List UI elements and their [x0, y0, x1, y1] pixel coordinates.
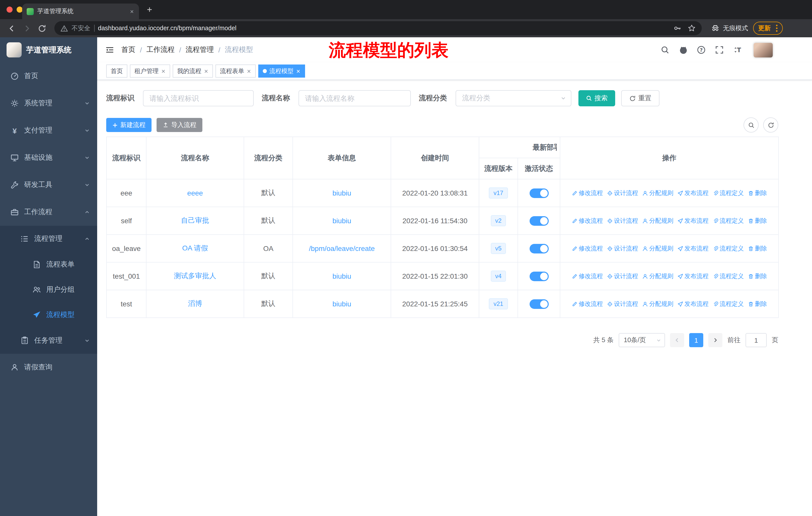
sidebar-item-user-group[interactable]: 用户分组 [0, 277, 97, 302]
status-toggle[interactable] [529, 216, 548, 225]
sidebar-item-process-management[interactable]: 流程管理 [0, 226, 97, 252]
tag-home[interactable]: 首页 [106, 64, 127, 78]
search-button[interactable]: 搜索 [578, 90, 615, 106]
process-id-input[interactable] [143, 90, 254, 106]
sidebar-item-process-form[interactable]: 流程表单 [0, 252, 97, 277]
row-action-link[interactable]: 修改流程 [572, 189, 603, 197]
row-action-link[interactable]: 分配规则 [642, 189, 673, 197]
process-name-link[interactable]: OA 请假 [182, 244, 208, 252]
breadcrumb-item[interactable]: 工作流程 [146, 45, 175, 54]
row-action-link[interactable]: 流程定义 [713, 272, 744, 280]
sidebar-item-devtools[interactable]: 研发工具 [0, 171, 97, 198]
fullscreen-icon[interactable] [714, 45, 724, 55]
font-size-icon[interactable]: T [732, 45, 743, 55]
process-name-input[interactable] [298, 90, 411, 106]
new-tab-button[interactable] [146, 6, 153, 13]
import-process-button[interactable]: 导入流程 [156, 118, 202, 132]
row-action-link[interactable]: 发布流程 [677, 244, 708, 253]
prev-page-button[interactable] [670, 333, 684, 347]
sidebar-item-workflow[interactable]: 工作流程 [0, 198, 97, 226]
refresh-table-icon[interactable] [763, 117, 778, 133]
row-action-link[interactable]: 删除 [748, 244, 767, 253]
url-text[interactable]: dashboard.yudao.iocoder.cn/bpm/manager/m… [98, 25, 236, 32]
row-action-link[interactable]: 修改流程 [572, 272, 603, 280]
row-action-link[interactable]: 修改流程 [572, 300, 603, 308]
row-action-link[interactable]: 删除 [748, 300, 767, 308]
create-process-button[interactable]: 新建流程 [106, 118, 151, 132]
back-button[interactable] [5, 22, 18, 35]
row-action-link[interactable]: 删除 [748, 189, 767, 197]
search-icon[interactable] [660, 45, 670, 55]
row-action-link[interactable]: 流程定义 [713, 244, 744, 253]
row-action-link[interactable]: 发布流程 [677, 216, 708, 225]
row-action-link[interactable]: 发布流程 [677, 189, 708, 197]
tag-close-icon[interactable] [247, 69, 251, 73]
sidebar-item-home[interactable]: 首页 [0, 62, 97, 90]
address-bar[interactable]: 不安全 dashboard.yudao.iocoder.cn/bpm/manag… [54, 21, 702, 35]
sidebar-item-system[interactable]: 系统管理 [0, 90, 97, 117]
row-action-link[interactable]: 分配规则 [642, 216, 673, 225]
form-info-link[interactable]: biubiu [332, 189, 351, 197]
row-action-link[interactable]: 流程定义 [713, 300, 744, 308]
form-info-link[interactable]: /bpm/oa/leave/create [309, 244, 375, 252]
row-action-link[interactable]: 设计流程 [607, 216, 638, 225]
security-label[interactable]: 不安全 [71, 24, 90, 32]
row-action-link[interactable]: 删除 [748, 272, 767, 280]
minimize-window-button[interactable] [17, 6, 23, 12]
tag-process-form[interactable]: 流程表单 [215, 64, 256, 78]
row-action-link[interactable]: 设计流程 [607, 189, 638, 197]
show-search-icon[interactable] [744, 117, 759, 133]
row-action-link[interactable]: 删除 [748, 216, 767, 225]
row-action-link[interactable]: 流程定义 [713, 216, 744, 225]
page-number-button[interactable]: 1 [689, 333, 703, 347]
process-name-link[interactable]: 自己审批 [181, 216, 209, 224]
row-action-link[interactable]: 修改流程 [572, 244, 603, 253]
reload-button[interactable] [35, 22, 48, 35]
status-toggle[interactable] [529, 244, 548, 253]
process-name-link[interactable]: 滔博 [188, 299, 202, 307]
next-page-button[interactable] [708, 333, 722, 347]
row-action-link[interactable]: 修改流程 [572, 216, 603, 225]
row-action-link[interactable]: 流程定义 [713, 189, 744, 197]
goto-page-input[interactable] [746, 333, 767, 347]
tag-my-process[interactable]: 我的流程 [173, 64, 213, 78]
row-action-link[interactable]: 分配规则 [642, 300, 673, 308]
tag-tenant[interactable]: 租户管理 [130, 64, 170, 78]
browser-menu-icon[interactable] [776, 24, 778, 32]
row-action-link[interactable]: 设计流程 [607, 300, 638, 308]
chrome-update-button[interactable]: 更新 [753, 22, 783, 35]
row-action-link[interactable]: 设计流程 [607, 244, 638, 253]
github-icon[interactable] [678, 45, 688, 55]
password-key-icon[interactable] [673, 24, 682, 32]
tag-close-icon[interactable] [161, 69, 166, 73]
row-action-link[interactable]: 分配规则 [642, 272, 673, 280]
tag-process-model[interactable]: 流程模型 [258, 64, 305, 78]
row-action-link[interactable]: 分配规则 [642, 244, 673, 253]
bookmark-star-icon[interactable] [688, 24, 696, 32]
form-info-link[interactable]: biubiu [332, 300, 351, 308]
status-toggle[interactable] [529, 299, 548, 309]
status-toggle[interactable] [529, 188, 548, 198]
close-window-button[interactable] [6, 6, 12, 12]
form-info-link[interactable]: biubiu [332, 217, 351, 225]
forward-button[interactable] [20, 22, 33, 35]
tag-close-icon[interactable] [204, 69, 208, 73]
row-action-link[interactable]: 发布流程 [677, 300, 708, 308]
tab-close-icon[interactable] [129, 9, 135, 14]
process-category-select[interactable]: 流程分类 [456, 90, 571, 106]
sidebar-collapse-icon[interactable] [105, 45, 114, 54]
page-size-select[interactable]: 10条/页 [619, 333, 665, 347]
sidebar-item-payment[interactable]: ¥ 支付管理 [0, 117, 97, 144]
sidebar-item-leave-query[interactable]: 请假查询 [0, 354, 97, 381]
tag-close-icon[interactable] [296, 69, 300, 73]
user-avatar[interactable] [754, 43, 773, 57]
status-toggle[interactable] [529, 271, 548, 281]
row-action-link[interactable]: 发布流程 [677, 272, 708, 280]
breadcrumb-item[interactable]: 流程管理 [186, 45, 214, 54]
help-icon[interactable]: ? [696, 45, 706, 55]
process-name-link[interactable]: 测试多审批人 [174, 272, 216, 280]
reset-button[interactable]: 重置 [621, 90, 660, 106]
sidebar-item-process-model[interactable]: 流程模型 [0, 302, 97, 328]
process-name-link[interactable]: eeee [187, 189, 203, 197]
form-info-link[interactable]: biubiu [332, 272, 351, 280]
